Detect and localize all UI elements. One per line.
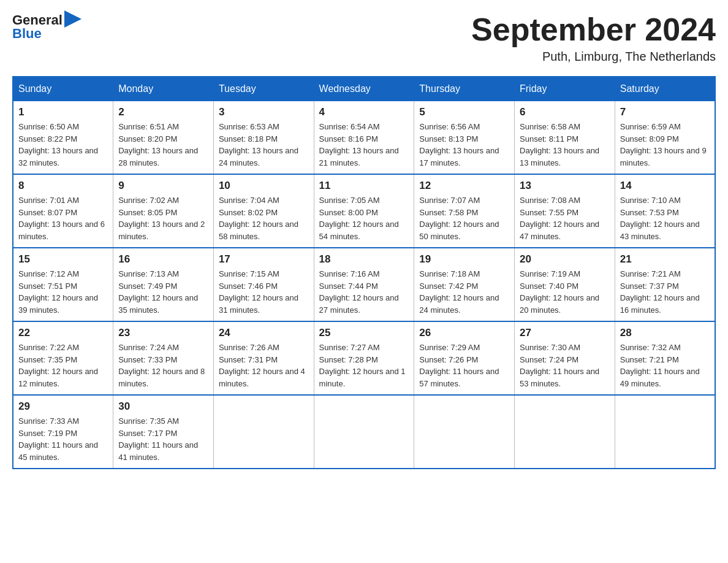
table-row: 27 Sunrise: 7:30 AM Sunset: 7:24 PM Dayl… bbox=[515, 321, 615, 395]
logo: General Blue bbox=[12, 12, 82, 42]
day-number: 21 bbox=[620, 253, 710, 266]
day-info: Sunrise: 7:04 AM Sunset: 8:02 PM Dayligh… bbox=[219, 194, 309, 242]
table-row bbox=[414, 395, 515, 469]
calendar-week-row: 8 Sunrise: 7:01 AM Sunset: 8:07 PM Dayli… bbox=[13, 174, 715, 248]
table-row: 7 Sunrise: 6:59 AM Sunset: 8:09 PM Dayli… bbox=[615, 101, 715, 175]
day-number: 17 bbox=[219, 253, 309, 266]
day-info: Sunrise: 6:51 AM Sunset: 8:20 PM Dayligh… bbox=[118, 121, 208, 169]
day-number: 6 bbox=[520, 106, 610, 118]
page-header: General Blue September 2024 Puth, Limbur… bbox=[12, 12, 716, 64]
day-number: 1 bbox=[18, 106, 108, 118]
day-number: 30 bbox=[118, 400, 208, 413]
table-row: 30 Sunrise: 7:35 AM Sunset: 7:17 PM Dayl… bbox=[113, 395, 214, 469]
day-number: 7 bbox=[620, 106, 710, 118]
day-info: Sunrise: 7:15 AM Sunset: 7:46 PM Dayligh… bbox=[219, 268, 309, 316]
day-number: 13 bbox=[520, 180, 610, 192]
table-row: 22 Sunrise: 7:22 AM Sunset: 7:35 PM Dayl… bbox=[13, 321, 113, 395]
table-row: 25 Sunrise: 7:27 AM Sunset: 7:28 PM Dayl… bbox=[314, 321, 414, 395]
month-title: September 2024 bbox=[471, 12, 716, 47]
day-number: 5 bbox=[419, 106, 509, 118]
day-info: Sunrise: 7:21 AM Sunset: 7:37 PM Dayligh… bbox=[620, 268, 710, 316]
day-number: 18 bbox=[319, 253, 409, 266]
day-info: Sunrise: 7:13 AM Sunset: 7:49 PM Dayligh… bbox=[118, 268, 208, 316]
day-info: Sunrise: 7:02 AM Sunset: 8:05 PM Dayligh… bbox=[118, 194, 208, 242]
table-row: 24 Sunrise: 7:26 AM Sunset: 7:31 PM Dayl… bbox=[213, 321, 314, 395]
day-info: Sunrise: 6:56 AM Sunset: 8:13 PM Dayligh… bbox=[419, 121, 509, 169]
calendar-week-row: 1 Sunrise: 6:50 AM Sunset: 8:22 PM Dayli… bbox=[13, 101, 715, 175]
day-number: 22 bbox=[18, 327, 108, 339]
day-info: Sunrise: 7:22 AM Sunset: 7:35 PM Dayligh… bbox=[18, 342, 108, 389]
table-row: 11 Sunrise: 7:05 AM Sunset: 8:00 PM Dayl… bbox=[314, 174, 414, 248]
day-info: Sunrise: 7:01 AM Sunset: 8:07 PM Dayligh… bbox=[18, 194, 108, 242]
day-number: 15 bbox=[18, 253, 108, 266]
day-info: Sunrise: 7:05 AM Sunset: 8:00 PM Dayligh… bbox=[319, 194, 409, 242]
table-row bbox=[615, 395, 715, 469]
day-number: 14 bbox=[620, 180, 710, 192]
day-info: Sunrise: 7:10 AM Sunset: 7:53 PM Dayligh… bbox=[620, 194, 710, 242]
day-number: 12 bbox=[419, 180, 509, 192]
table-row: 5 Sunrise: 6:56 AM Sunset: 8:13 PM Dayli… bbox=[414, 101, 515, 175]
day-number: 10 bbox=[219, 180, 309, 192]
table-row: 19 Sunrise: 7:18 AM Sunset: 7:42 PM Dayl… bbox=[414, 248, 515, 321]
day-number: 9 bbox=[118, 180, 208, 192]
day-info: Sunrise: 7:29 AM Sunset: 7:26 PM Dayligh… bbox=[419, 342, 509, 389]
table-row: 8 Sunrise: 7:01 AM Sunset: 8:07 PM Dayli… bbox=[13, 174, 113, 248]
title-block: September 2024 Puth, Limburg, The Nether… bbox=[471, 12, 716, 64]
day-info: Sunrise: 6:50 AM Sunset: 8:22 PM Dayligh… bbox=[18, 121, 108, 169]
calendar-week-row: 29 Sunrise: 7:33 AM Sunset: 7:19 PM Dayl… bbox=[13, 395, 715, 469]
table-row: 20 Sunrise: 7:19 AM Sunset: 7:40 PM Dayl… bbox=[515, 248, 615, 321]
day-info: Sunrise: 7:26 AM Sunset: 7:31 PM Dayligh… bbox=[219, 342, 309, 389]
table-row: 12 Sunrise: 7:07 AM Sunset: 7:58 PM Dayl… bbox=[414, 174, 515, 248]
logo-container: General Blue bbox=[12, 12, 82, 42]
day-info: Sunrise: 7:27 AM Sunset: 7:28 PM Dayligh… bbox=[319, 342, 409, 389]
col-thursday: Thursday bbox=[414, 77, 515, 101]
table-row: 3 Sunrise: 6:53 AM Sunset: 8:18 PM Dayli… bbox=[213, 101, 314, 175]
day-info: Sunrise: 7:33 AM Sunset: 7:19 PM Dayligh… bbox=[18, 415, 108, 463]
table-row: 26 Sunrise: 7:29 AM Sunset: 7:26 PM Dayl… bbox=[414, 321, 515, 395]
day-info: Sunrise: 7:07 AM Sunset: 7:58 PM Dayligh… bbox=[419, 194, 509, 242]
day-number: 26 bbox=[419, 327, 509, 339]
table-row bbox=[314, 395, 414, 469]
col-monday: Monday bbox=[113, 77, 214, 101]
day-info: Sunrise: 7:30 AM Sunset: 7:24 PM Dayligh… bbox=[520, 342, 610, 389]
day-info: Sunrise: 7:18 AM Sunset: 7:42 PM Dayligh… bbox=[419, 268, 509, 316]
day-info: Sunrise: 6:59 AM Sunset: 8:09 PM Dayligh… bbox=[620, 121, 710, 169]
day-info: Sunrise: 7:19 AM Sunset: 7:40 PM Dayligh… bbox=[520, 268, 610, 316]
day-number: 28 bbox=[620, 327, 710, 339]
table-row: 29 Sunrise: 7:33 AM Sunset: 7:19 PM Dayl… bbox=[13, 395, 113, 469]
day-number: 27 bbox=[520, 327, 610, 339]
day-info: Sunrise: 6:58 AM Sunset: 8:11 PM Dayligh… bbox=[520, 121, 610, 169]
table-row: 2 Sunrise: 6:51 AM Sunset: 8:20 PM Dayli… bbox=[113, 101, 214, 175]
day-number: 19 bbox=[419, 253, 509, 266]
table-row bbox=[515, 395, 615, 469]
table-row: 23 Sunrise: 7:24 AM Sunset: 7:33 PM Dayl… bbox=[113, 321, 214, 395]
table-row bbox=[213, 395, 314, 469]
calendar-week-row: 15 Sunrise: 7:12 AM Sunset: 7:51 PM Dayl… bbox=[13, 248, 715, 321]
table-row: 6 Sunrise: 6:58 AM Sunset: 8:11 PM Dayli… bbox=[515, 101, 615, 175]
col-friday: Friday bbox=[515, 77, 615, 101]
table-row: 15 Sunrise: 7:12 AM Sunset: 7:51 PM Dayl… bbox=[13, 248, 113, 321]
day-number: 11 bbox=[319, 180, 409, 192]
day-info: Sunrise: 7:12 AM Sunset: 7:51 PM Dayligh… bbox=[18, 268, 108, 316]
table-row: 14 Sunrise: 7:10 AM Sunset: 7:53 PM Dayl… bbox=[615, 174, 715, 248]
calendar-header-row: Sunday Monday Tuesday Wednesday Thursday… bbox=[13, 77, 715, 101]
day-info: Sunrise: 6:53 AM Sunset: 8:18 PM Dayligh… bbox=[219, 121, 309, 169]
table-row: 13 Sunrise: 7:08 AM Sunset: 7:55 PM Dayl… bbox=[515, 174, 615, 248]
day-number: 25 bbox=[319, 327, 409, 339]
day-info: Sunrise: 6:54 AM Sunset: 8:16 PM Dayligh… bbox=[319, 121, 409, 169]
day-number: 23 bbox=[118, 327, 208, 339]
col-wednesday: Wednesday bbox=[314, 77, 414, 101]
logo-blue-label: Blue bbox=[12, 26, 42, 42]
table-row: 9 Sunrise: 7:02 AM Sunset: 8:05 PM Dayli… bbox=[113, 174, 214, 248]
day-number: 24 bbox=[219, 327, 309, 339]
table-row: 28 Sunrise: 7:32 AM Sunset: 7:21 PM Dayl… bbox=[615, 321, 715, 395]
table-row: 1 Sunrise: 6:50 AM Sunset: 8:22 PM Dayli… bbox=[13, 101, 113, 175]
day-number: 8 bbox=[18, 180, 108, 192]
day-info: Sunrise: 7:08 AM Sunset: 7:55 PM Dayligh… bbox=[520, 194, 610, 242]
location-text: Puth, Limburg, The Netherlands bbox=[471, 50, 716, 64]
day-info: Sunrise: 7:24 AM Sunset: 7:33 PM Dayligh… bbox=[118, 342, 208, 389]
day-number: 16 bbox=[118, 253, 208, 266]
col-tuesday: Tuesday bbox=[213, 77, 314, 101]
day-number: 20 bbox=[520, 253, 610, 266]
table-row: 16 Sunrise: 7:13 AM Sunset: 7:49 PM Dayl… bbox=[113, 248, 214, 321]
